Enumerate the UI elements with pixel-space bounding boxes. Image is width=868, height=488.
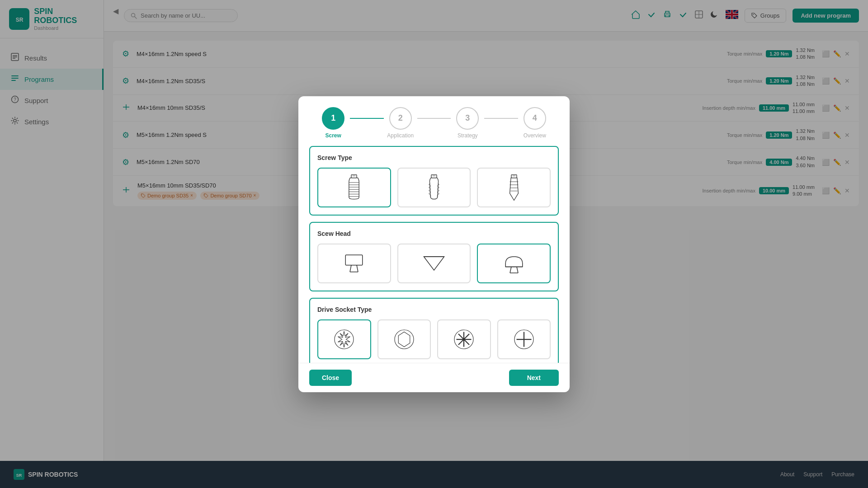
screw-head-flat[interactable] (317, 244, 391, 283)
svg-line-42 (350, 265, 351, 272)
pan-head-icon (500, 250, 528, 277)
screw-head-options (317, 244, 551, 283)
flat-head-icon (340, 250, 368, 277)
modal-overlay: 1 Screw 2 Application 3 Strategy (0, 0, 868, 488)
screw-head-countersunk[interactable] (397, 244, 471, 283)
step-label-2: Application (387, 132, 414, 139)
svg-rect-33 (431, 174, 437, 178)
drive-socket-cross[interactable] (497, 319, 551, 359)
step-label-1: Screw (325, 132, 341, 139)
wood-screw-icon (503, 174, 525, 201)
svg-rect-35 (511, 174, 517, 178)
self-tapping-screw-icon (423, 174, 445, 201)
svg-marker-52 (398, 332, 410, 347)
step-line-2-3 (417, 118, 451, 119)
step-label-4: Overview (524, 132, 546, 139)
step-4: 4 Overview (518, 107, 552, 139)
screw-type-option-wood[interactable] (477, 168, 551, 207)
drive-socket-options (317, 319, 551, 359)
modal-footer: Close Next (298, 363, 570, 392)
step-3: 3 Strategy (451, 107, 484, 139)
screw-type-option-machine[interactable] (317, 168, 391, 207)
svg-point-51 (395, 330, 414, 349)
svg-rect-24 (351, 174, 357, 178)
hex-icon (391, 326, 418, 353)
screw-type-section: Screw Type (309, 146, 559, 216)
machine-screw-icon (343, 174, 365, 201)
next-label: Next (527, 374, 541, 381)
close-button[interactable]: Close (309, 370, 352, 386)
drive-socket-hex[interactable] (377, 319, 431, 359)
step-label-3: Strategy (458, 132, 478, 139)
screw-head-section: Scew Head (309, 222, 559, 291)
svg-line-47 (510, 267, 511, 273)
svg-line-48 (517, 267, 518, 273)
screw-head-title: Scew Head (317, 230, 551, 237)
drive-socket-section: Drive Socket Type (309, 298, 559, 363)
cross-icon (510, 326, 538, 353)
modal-dialog: 1 Screw 2 Application 3 Strategy (298, 96, 570, 392)
step-circle-3: 3 (456, 107, 479, 130)
next-button[interactable]: Next (509, 370, 559, 386)
screw-head-pan[interactable] (477, 244, 551, 283)
step-1: 1 Screw (316, 107, 350, 139)
drive-socket-torx[interactable] (317, 319, 371, 359)
step-circle-4: 4 (524, 107, 546, 130)
torx-icon (330, 326, 358, 353)
stepper: 1 Screw 2 Application 3 Strategy (298, 96, 570, 146)
svg-rect-41 (346, 255, 363, 265)
step-circle-2: 2 (389, 107, 412, 130)
screw-type-title: Screw Type (317, 154, 551, 161)
step-circle-1: 1 (322, 107, 344, 130)
phillips-star-icon (450, 326, 477, 353)
svg-line-43 (357, 265, 358, 272)
step-line-1-2 (350, 118, 383, 119)
drive-socket-phillips-star[interactable] (437, 319, 491, 359)
drive-socket-title: Drive Socket Type (317, 306, 551, 313)
svg-point-50 (335, 330, 354, 349)
screw-type-options (317, 168, 551, 207)
step-line-3-4 (484, 118, 518, 119)
modal-body: Screw Type (298, 146, 570, 363)
countersunk-head-icon (420, 250, 448, 277)
close-label: Close (322, 374, 339, 381)
step-2: 2 Application (384, 107, 417, 139)
screw-type-option-self-tapping[interactable] (397, 168, 471, 207)
